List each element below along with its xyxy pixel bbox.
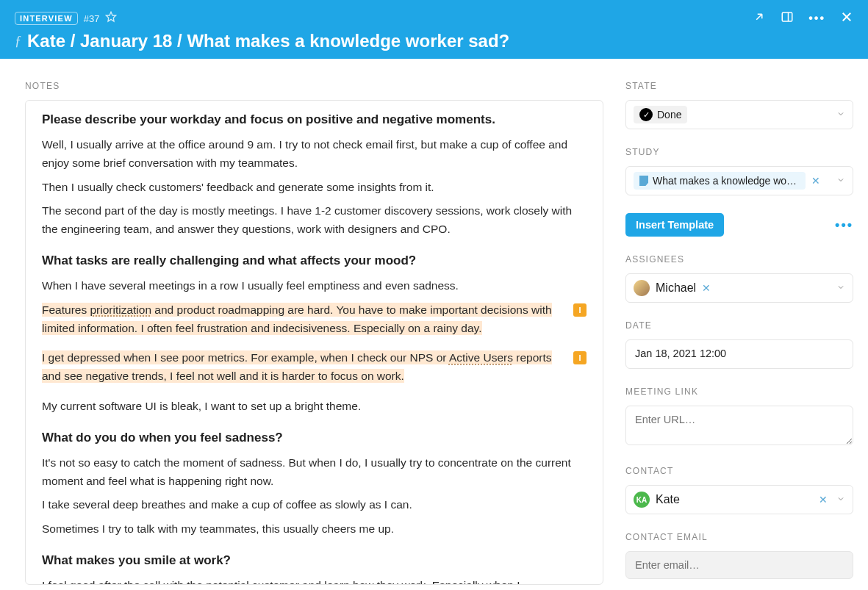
paragraph: My current software UI is bleak, I want … [42,397,587,416]
more-icon[interactable]: ••• [808,12,825,25]
svg-rect-1 [782,12,792,21]
highlight-badge[interactable]: I [573,303,587,317]
question-heading: What do you do when you feel sadness? [42,431,587,445]
meeting-link-label: MEETING LINK [625,386,853,397]
date-label: DATE [625,320,853,331]
assignees-dropdown[interactable]: Michael ✕ [625,273,853,303]
question-heading: What tasks are really challenging and wh… [42,253,587,268]
paragraph: I feel good after the call with the pote… [42,577,587,585]
paragraph: Sometimes I try to talk with my teammate… [42,520,587,539]
star-icon[interactable] [105,11,117,26]
page-title: Kate / January 18 / What makes a knowled… [27,31,509,51]
date-field[interactable]: Jan 18, 2021 12:00 [625,339,853,369]
highlighted-text: I get depressed when I see poor metrics.… [42,349,564,386]
note-icon [639,176,648,186]
highlighted-text: Features prioritization and product road… [42,301,564,338]
chevron-down-icon [836,174,845,187]
chevron-down-icon [836,493,845,506]
highlighted-block: Features prioritization and product road… [42,301,587,344]
chevron-down-icon [836,281,845,295]
paragraph: The second part of the day is mostly mee… [42,202,587,239]
paragraph: Well, I usually arrive at the office aro… [42,136,587,173]
paragraph: Then I usually check customers' feedback… [42,179,587,197]
clear-assignee-icon[interactable]: ✕ [702,282,711,294]
state-dropdown[interactable]: ✓ Done [625,100,853,129]
avatar [634,280,650,296]
function-icon: ƒ [15,34,21,49]
svg-marker-0 [107,12,116,21]
study-label: STUDY [625,147,853,157]
type-badge: INTERVIEW [15,12,78,25]
clear-contact-icon[interactable]: ✕ [819,494,828,506]
contact-label: CONTACT [625,466,853,476]
panel-icon[interactable] [781,10,794,26]
notes-label: NOTES [25,81,603,91]
clear-study-icon[interactable]: ✕ [811,175,820,187]
question-heading: What makes you smile at work? [42,553,587,568]
avatar: KA [634,492,650,508]
contact-value: Kate [656,493,680,506]
insert-template-button[interactable]: Insert Template [625,213,724,237]
study-dropdown[interactable]: What makes a knowledge worker s… ✕ [625,166,853,195]
assignee-value: Michael [656,281,696,295]
template-more-icon[interactable]: ••• [835,217,853,233]
notes-card[interactable]: Please describe your workday and focus o… [25,100,603,585]
study-value: What makes a knowledge worker s… [653,175,800,187]
header-bar: INTERVIEW #37 ••• ƒ Kate / January 18 / … [0,0,868,59]
expand-icon[interactable] [753,10,766,26]
paragraph: It's not so easy to catch the moment of … [42,454,587,491]
record-id: #37 [84,13,100,24]
highlight-badge[interactable]: I [573,351,587,364]
contact-email-label: CONTACT EMAIL [625,532,853,542]
state-label: STATE [625,81,853,91]
chevron-down-icon [836,108,845,121]
paragraph: When I have several meetings in a row I … [42,277,587,295]
question-heading: Please describe your workday and focus o… [42,112,587,127]
highlighted-block: I get depressed when I see poor metrics.… [42,349,587,392]
meeting-link-input[interactable] [625,406,853,445]
contact-dropdown[interactable]: KA Kate ✕ [625,485,853,514]
close-icon[interactable] [840,10,853,26]
contact-email-input[interactable] [625,551,853,579]
check-circle-icon: ✓ [639,108,653,121]
paragraph: I take several deep breathes and make a … [42,496,587,514]
assignees-label: ASSIGNEES [625,254,853,265]
state-value: Done [657,109,681,120]
